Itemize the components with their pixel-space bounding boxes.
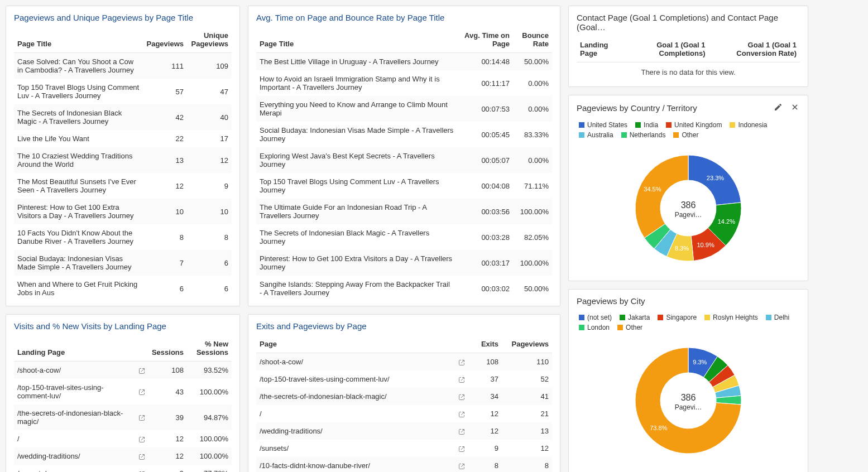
table-row[interactable]: /wedding-traditions/ 12 13 bbox=[256, 422, 552, 440]
table-row[interactable]: Top 150 Travel Blogs Using Comment Luv -… bbox=[256, 173, 552, 199]
table-row[interactable]: How to Avoid an Israeli Immigration Stam… bbox=[256, 70, 552, 96]
cell-unique-pageviews: 47 bbox=[187, 79, 232, 104]
table-row[interactable]: /sunsets/ 9 77.78% bbox=[14, 465, 232, 472]
external-link-icon[interactable] bbox=[138, 452, 145, 460]
table-row[interactable]: When and Where to Get Fruit Picking Jobs… bbox=[14, 276, 232, 301]
table-row[interactable]: /sunsets/ 9 12 bbox=[256, 440, 552, 457]
external-link-icon[interactable] bbox=[458, 410, 465, 418]
table-row[interactable]: The Most Beautiful Sunsets I've Ever See… bbox=[14, 173, 232, 199]
table-row[interactable]: 10 Facts You Didn't Know About the Danub… bbox=[14, 224, 232, 250]
external-link-icon[interactable] bbox=[458, 461, 465, 470]
cell-title: 10 Facts You Didn't Know About the Danub… bbox=[14, 224, 143, 250]
table-row[interactable]: /top-150-travel-sites-using-comment-luv/… bbox=[14, 379, 232, 404]
col-page-title[interactable]: Page Title bbox=[14, 27, 143, 53]
table-row[interactable]: /wedding-traditions/ 12 100.00% bbox=[14, 447, 232, 465]
col-new-sessions[interactable]: % New Sessions bbox=[187, 335, 232, 362]
legend-item[interactable]: London bbox=[579, 324, 610, 331]
col-page[interactable]: Page bbox=[256, 335, 468, 353]
table-row[interactable]: /10-facts-didnt-know-danube-river/ 8 8 bbox=[256, 457, 552, 472]
table-row[interactable]: Sangihe Islands: Stepping Away From the … bbox=[256, 276, 552, 301]
pageviews-panel: Pageviews and Unique Pageviews by Page T… bbox=[6, 6, 240, 306]
legend-item[interactable]: Jakarta bbox=[620, 314, 650, 321]
legend-item[interactable]: (not set) bbox=[579, 314, 612, 321]
table-row[interactable]: / 12 100.00% bbox=[14, 430, 232, 447]
legend-item[interactable]: United Kingdom bbox=[666, 121, 722, 129]
legend-label: Netherlands bbox=[630, 131, 666, 139]
cell-page: / bbox=[14, 430, 148, 447]
external-link-icon[interactable] bbox=[458, 358, 465, 366]
cell-sessions: 43 bbox=[148, 379, 187, 404]
table-row[interactable]: Top 150 Travel Blogs Using Comment Luv -… bbox=[14, 79, 232, 104]
table-row[interactable]: / 12 21 bbox=[256, 405, 552, 422]
external-link-icon[interactable] bbox=[138, 388, 145, 396]
legend-item[interactable]: Indonesia bbox=[730, 121, 767, 129]
col-landing-page[interactable]: Landing Page bbox=[14, 335, 148, 362]
legend-item[interactable]: India bbox=[635, 121, 658, 129]
external-link-icon[interactable] bbox=[458, 427, 465, 435]
external-link-icon[interactable] bbox=[138, 469, 145, 472]
cell-bounce: 82.05% bbox=[513, 224, 552, 250]
table-row[interactable]: /top-150-travel-sites-using-comment-luv/… bbox=[256, 370, 552, 388]
exits-panel: Exits and Pageviews by Page Page Exits P… bbox=[248, 314, 560, 472]
external-link-icon[interactable] bbox=[138, 366, 145, 374]
col-exits[interactable]: Exits bbox=[468, 335, 502, 353]
col-bounce-rate[interactable]: Bounce Rate bbox=[513, 27, 552, 53]
legend-item[interactable]: Australia bbox=[579, 131, 613, 139]
table-row[interactable]: The Best Little Village in Uruguay - A T… bbox=[256, 53, 552, 71]
external-link-icon[interactable] bbox=[138, 435, 145, 443]
edit-icon[interactable] bbox=[773, 102, 783, 112]
legend-item[interactable]: United States bbox=[579, 121, 627, 129]
table-row[interactable]: The Secrets of Indonesian Black Magic - … bbox=[256, 224, 552, 250]
table-row[interactable]: The 10 Craziest Wedding Traditions Aroun… bbox=[14, 147, 232, 173]
cell-pageviews: 12 bbox=[502, 440, 552, 457]
table-row[interactable]: Exploring West Java's Best Kept Secrets … bbox=[256, 147, 552, 173]
col-pageviews[interactable]: Pageviews bbox=[143, 27, 188, 53]
table-row[interactable]: /the-secrets-of-indonesian-black-magic/ … bbox=[14, 404, 232, 430]
legend-label: Delhi bbox=[774, 314, 789, 321]
col-landing-page[interactable]: Landing Page bbox=[577, 36, 624, 62]
external-link-icon[interactable] bbox=[138, 413, 145, 422]
donut-slice[interactable] bbox=[635, 155, 688, 238]
external-link-icon[interactable] bbox=[458, 375, 465, 383]
table-row[interactable]: /shoot-a-cow/ 108 110 bbox=[256, 353, 552, 371]
table-row[interactable]: Case Solved: Can You Shoot a Cow in Camb… bbox=[14, 53, 232, 79]
table-row[interactable]: Everything you Need to Know and Arrange … bbox=[256, 96, 552, 122]
legend-item[interactable]: Netherlands bbox=[621, 131, 666, 139]
table-row[interactable]: The Ultimate Guide For an Indonesian Roa… bbox=[256, 199, 552, 224]
col-page-title[interactable]: Page Title bbox=[256, 27, 457, 53]
legend-item[interactable]: Other bbox=[617, 324, 642, 331]
col-goal-completions[interactable]: Goal 1 (Goal 1 Completions) bbox=[624, 36, 708, 62]
legend-item[interactable]: Delhi bbox=[766, 314, 789, 321]
table-row[interactable]: Live the Life You Want 22 17 bbox=[14, 130, 232, 147]
table-row[interactable]: Pinterest: How to Get 100 Extra Visitors… bbox=[14, 199, 232, 224]
table-row[interactable]: Pinterest: How to Get 100 Extra Visitors… bbox=[256, 250, 552, 276]
close-icon[interactable] bbox=[790, 102, 800, 112]
cell-pct-new: 77.78% bbox=[187, 465, 232, 472]
cell-title: Case Solved: Can You Shoot a Cow in Camb… bbox=[14, 53, 143, 79]
col-goal-conversion[interactable]: Goal 1 (Goal 1 Conversion Rate) bbox=[709, 36, 800, 62]
table-row[interactable]: /shoot-a-cow/ 108 93.52% bbox=[14, 362, 232, 379]
table-row[interactable]: /the-secrets-of-indonesian-black-magic/ … bbox=[256, 388, 552, 405]
cell-pageviews: 42 bbox=[143, 104, 188, 130]
col-sessions[interactable]: Sessions bbox=[148, 335, 187, 362]
external-link-icon[interactable] bbox=[458, 392, 465, 401]
col-unique-pageviews[interactable]: Unique Pageviews bbox=[187, 27, 232, 53]
col-pageviews[interactable]: Pageviews bbox=[502, 335, 552, 353]
cell-unique-pageviews: 6 bbox=[187, 250, 232, 276]
donut-chart-city[interactable]: 9.3%73.8%386Pagevi… bbox=[621, 339, 755, 462]
cell-sessions: 12 bbox=[148, 447, 187, 465]
cell-pct-new: 100.00% bbox=[187, 430, 232, 447]
col-avg-time[interactable]: Avg. Time on Page bbox=[457, 27, 513, 53]
legend-item[interactable]: Singapore bbox=[658, 314, 697, 321]
table-row[interactable]: Social Budaya: Indonesian Visas Made Sim… bbox=[256, 122, 552, 147]
legend-swatch bbox=[621, 132, 627, 138]
external-link-icon[interactable] bbox=[458, 444, 465, 452]
table-row[interactable]: The Secrets of Indonesian Black Magic - … bbox=[14, 104, 232, 130]
slice-pct-label: 10.9% bbox=[697, 242, 714, 248]
legend-item[interactable]: Roslyn Heights bbox=[704, 314, 758, 321]
cell-title: The Ultimate Guide For an Indonesian Roa… bbox=[256, 199, 457, 224]
legend-item[interactable]: Other bbox=[673, 131, 698, 139]
table-row[interactable]: Social Budaya: Indonesian Visas Made Sim… bbox=[14, 250, 232, 276]
cell-page: /wedding-traditions/ bbox=[256, 422, 468, 440]
donut-chart-country[interactable]: 23.3%14.2%10.9%8.3%34.5%386Pagevi… bbox=[621, 147, 755, 269]
